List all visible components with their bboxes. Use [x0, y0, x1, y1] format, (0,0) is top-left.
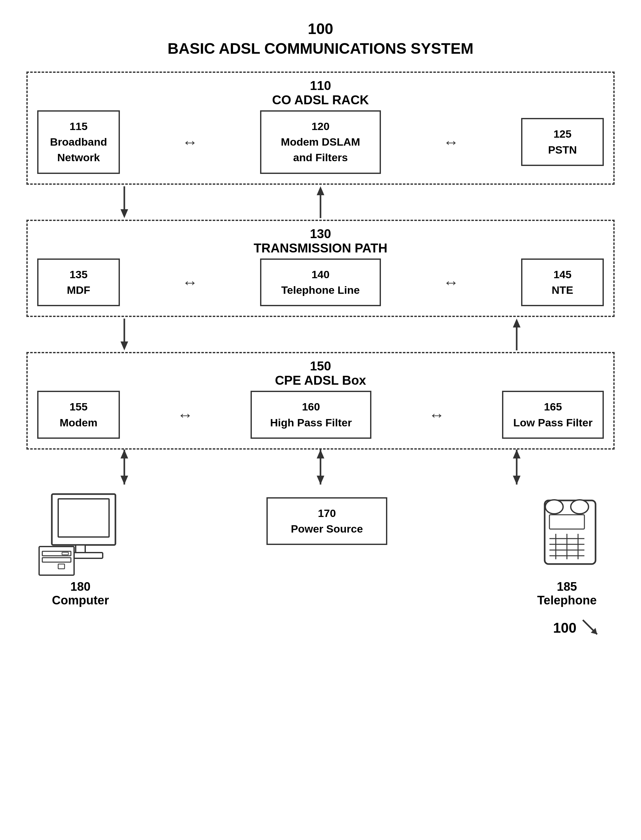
- up-arrow-center: [222, 185, 419, 220]
- svg-rect-19: [76, 545, 85, 553]
- arrow-down-135: [115, 186, 134, 218]
- svg-marker-1: [121, 209, 128, 218]
- bidir-arrow-telephone: [419, 450, 615, 484]
- svg-marker-9: [121, 450, 128, 459]
- bottom-telephone: 185 Telephone: [526, 488, 608, 607]
- component-125: 125 PSTN: [521, 118, 604, 166]
- svg-point-28: [571, 500, 588, 514]
- label-180: 180 Computer: [52, 580, 109, 607]
- main-title: 100 BASIC ADSL COMMUNICATIONS SYSTEM: [26, 19, 615, 59]
- component-145: 145 NTE: [521, 259, 604, 306]
- bottom-power-source: 170 Power Source: [266, 497, 387, 545]
- below-sec3: [26, 450, 615, 484]
- component-160: 160 High Pass Filter: [251, 391, 371, 439]
- arrow-bidir-160-170: [311, 450, 330, 484]
- svg-rect-24: [58, 564, 64, 569]
- between-sec2-sec3: [26, 317, 615, 352]
- component-115: 115 BroadbandNetwork: [37, 110, 120, 174]
- svg-point-27: [545, 500, 563, 514]
- component-120: 120 Modem DSLAMand Filters: [260, 110, 381, 174]
- arrow-bidir-155-180: [115, 450, 134, 484]
- sec2-title: 130 TRANSMISSION PATH: [37, 227, 604, 255]
- ref-container: 100: [26, 614, 615, 639]
- sec3-title: 150 CPE ADSL Box: [37, 359, 604, 388]
- svg-marker-3: [317, 186, 324, 195]
- component-140: 140 Telephone Line: [260, 259, 381, 306]
- bidir-arrow-power: [222, 450, 419, 484]
- section-transmission-path: 130 TRANSMISSION PATH 135 MDF ↔ 140 Tele…: [26, 220, 615, 317]
- sec1-components: 115 BroadbandNetwork ↔ 120 Modem DSLAMan…: [37, 110, 604, 174]
- arrow-bidir-165-185: [507, 450, 526, 484]
- svg-marker-16: [513, 476, 520, 484]
- down-arrow-left-2: [26, 317, 222, 352]
- component-170: 170 Power Source: [266, 497, 387, 545]
- spacer-center-2: [222, 317, 419, 352]
- component-135: 135 MDF: [37, 259, 120, 306]
- arrow-down-155: [115, 319, 134, 350]
- arrow-135-140: ↔: [180, 273, 201, 291]
- between-sec1-sec2: [26, 185, 615, 220]
- title-name: BASIC ADSL COMMUNICATIONS SYSTEM: [26, 39, 615, 58]
- sec1-title: 110 CO ADSL RACK: [37, 79, 604, 107]
- computer-icon: [33, 488, 128, 577]
- arrow-120-125: ↔: [441, 133, 462, 151]
- svg-rect-18: [58, 499, 109, 537]
- arrow-140-145: ↔: [441, 273, 462, 291]
- svg-marker-5: [121, 341, 128, 350]
- telephone-icon: [526, 488, 608, 577]
- svg-marker-13: [317, 476, 324, 484]
- title-number: 100: [26, 19, 615, 39]
- spacer-right: [419, 185, 615, 220]
- up-arrow-right-2: [419, 317, 615, 352]
- svg-rect-29: [549, 515, 585, 529]
- svg-marker-7: [513, 319, 520, 327]
- page: 100 BASIC ADSL COMMUNICATIONS SYSTEM 110…: [0, 0, 641, 840]
- svg-rect-25: [62, 552, 68, 555]
- arrow-up-145: [507, 319, 526, 350]
- arrow-155-160: ↔: [175, 406, 196, 424]
- section-co-adsl-rack: 110 CO ADSL RACK 115 BroadbandNetwork ↔ …: [26, 72, 615, 185]
- svg-marker-15: [513, 450, 520, 459]
- label-185: 185 Telephone: [537, 580, 596, 607]
- svg-rect-23: [42, 558, 71, 562]
- arrow-160-165: ↔: [427, 406, 447, 424]
- bottom-computer: 180 Computer: [33, 488, 128, 607]
- bottom-row: 180 Computer 170 Power Source: [26, 488, 615, 607]
- svg-marker-12: [317, 450, 324, 459]
- ref-arrow-icon: [580, 617, 602, 639]
- sec3-components: 155 Modem ↔ 160 High Pass Filter ↔ 165 L…: [37, 391, 604, 439]
- section-cpe-adsl-box: 150 CPE ADSL Box 155 Modem ↔ 160 High Pa…: [26, 352, 615, 450]
- arrow-up-120: [311, 186, 330, 218]
- bidir-arrow-computer: [26, 450, 222, 484]
- sec2-components: 135 MDF ↔ 140 Telephone Line ↔ 145 NTE: [37, 259, 604, 306]
- ref-number: 100: [553, 617, 602, 639]
- down-arrow-left: [26, 185, 222, 220]
- diagram: 110 CO ADSL RACK 115 BroadbandNetwork ↔ …: [26, 72, 615, 639]
- component-165: 165 Low Pass Filter: [502, 391, 604, 439]
- svg-marker-10: [121, 476, 128, 484]
- component-155: 155 Modem: [37, 391, 120, 439]
- arrow-115-120: ↔: [180, 133, 201, 151]
